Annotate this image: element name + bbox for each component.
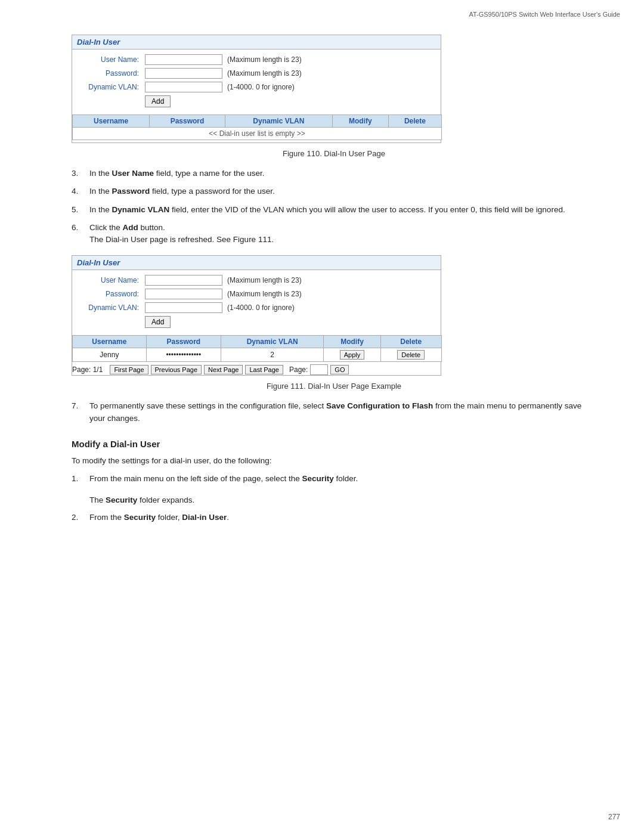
form-row-password-1: Password: (Maximum length is 23) <box>79 68 434 79</box>
step-3: 3. In the User Name field, type a name f… <box>72 168 596 179</box>
cell-delete-jenny: Delete <box>380 348 442 362</box>
pagination-row: Page: 1/1 First Page Previous Page Next … <box>72 364 441 375</box>
input-username-1[interactable] <box>145 54 222 65</box>
table-row-jenny: Jenny •••••••••••••• 2 Apply Delete <box>73 348 442 362</box>
apply-button-jenny[interactable]: Apply <box>340 350 365 360</box>
modify-steps-list: 1. From the main menu on the left side o… <box>72 473 596 485</box>
modify-step-1-num: 1. <box>72 473 89 485</box>
modify-intro: To modify the settings for a dial-in use… <box>72 455 596 467</box>
form-row-username-2: User Name: (Maximum length is 23) <box>79 275 434 286</box>
input-password-1[interactable] <box>145 68 222 79</box>
modify-step-2-text: From the Security folder, Dial-in User. <box>89 512 596 524</box>
modify-step-2-num: 2. <box>72 512 89 524</box>
step-6-text: Click the Add button.The Dial-in User pa… <box>89 222 596 246</box>
step-4: 4. In the Password field, type a passwor… <box>72 185 596 197</box>
page-header: AT-GS950/10PS Switch Web Interface User'… <box>0 0 644 23</box>
step-6-num: 6. <box>72 222 89 234</box>
th-delete-1: Delete <box>388 115 441 128</box>
empty-msg-1: << Dial-in user list is empty >> <box>73 128 442 140</box>
cell-modify-jenny: Apply <box>324 348 380 362</box>
page-label: Page: <box>289 366 308 374</box>
label-vlan-2: Dynamic VLAN: <box>79 304 145 312</box>
cell-password-jenny: •••••••••••••• <box>146 348 221 362</box>
page-number-input[interactable] <box>310 364 328 375</box>
table-header-row-2: Username Password Dynamic VLAN Modify De… <box>73 336 442 348</box>
step-7-num: 7. <box>72 400 89 412</box>
data-table-1: Username Password Dynamic VLAN Modify De… <box>72 114 442 140</box>
step-7: 7. To permanently save these settings in… <box>72 400 596 425</box>
label-password-1: Password: <box>79 69 145 78</box>
hint-username-2: (Maximum length is 23) <box>227 276 302 284</box>
add-button-2[interactable]: Add <box>145 316 171 328</box>
next-page-button[interactable]: Next Page <box>204 365 243 374</box>
figure-111-caption: Figure 111. Dial-In User Page Example <box>72 382 596 391</box>
input-password-2[interactable] <box>145 289 222 299</box>
add-btn-row-2: Add <box>145 316 434 328</box>
dial-in-box-1: Dial-In User User Name: (Maximum length … <box>72 35 441 143</box>
data-table-2: Username Password Dynamic VLAN Modify De… <box>72 335 442 362</box>
label-vlan-1: Dynamic VLAN: <box>79 83 145 91</box>
modify-step-1-text: From the main menu on the left side of t… <box>89 473 596 485</box>
form-row-password-2: Password: (Maximum length is 23) <box>79 289 434 299</box>
th-username-2: Username <box>73 336 147 348</box>
figure-110-caption: Figure 110. Dial-In User Page <box>72 149 596 158</box>
steps-list: 3. In the User Name field, type a name f… <box>72 168 596 246</box>
page-number: 277 <box>608 813 620 821</box>
empty-row-1: << Dial-in user list is empty >> <box>73 128 442 140</box>
step-5-num: 5. <box>72 204 89 216</box>
dial-in-form-2: User Name: (Maximum length is 23) Passwo… <box>72 270 441 335</box>
step-3-num: 3. <box>72 168 89 179</box>
hint-password-1: (Maximum length is 23) <box>227 69 302 78</box>
header-title: AT-GS950/10PS Switch Web Interface User'… <box>469 11 620 18</box>
security-expands-text: The Security folder expands. <box>89 494 596 506</box>
dial-in-box-1-title: Dial-In User <box>72 35 441 49</box>
cell-username-jenny: Jenny <box>73 348 147 362</box>
add-btn-row-1: Add <box>145 95 434 107</box>
dial-in-box-2: Dial-In User User Name: (Maximum length … <box>72 255 441 376</box>
hint-vlan-1: (1-4000. 0 for ignore) <box>227 83 295 91</box>
go-button[interactable]: GO <box>330 365 349 374</box>
dial-in-form-1: User Name: (Maximum length is 23) Passwo… <box>72 49 441 114</box>
main-content: Dial-In User User Name: (Maximum length … <box>0 23 644 557</box>
previous-page-button[interactable]: Previous Page <box>151 365 202 374</box>
step-6: 6. Click the Add button.The Dial-in User… <box>72 222 596 246</box>
input-vlan-1[interactable] <box>145 82 222 92</box>
th-password-2: Password <box>146 336 221 348</box>
step-5-text: In the Dynamic VLAN field, enter the VID… <box>89 204 596 216</box>
first-page-button[interactable]: First Page <box>110 365 148 374</box>
cell-vlan-jenny: 2 <box>221 348 324 362</box>
label-username-2: User Name: <box>79 276 145 284</box>
delete-button-jenny[interactable]: Delete <box>397 350 425 360</box>
form-row-vlan-1: Dynamic VLAN: (1-4000. 0 for ignore) <box>79 82 434 92</box>
th-username-1: Username <box>73 115 150 128</box>
input-vlan-2[interactable] <box>145 302 222 313</box>
add-button-1[interactable]: Add <box>145 95 171 107</box>
modify-section-heading: Modify a Dial-in User <box>72 439 596 449</box>
page-info: Page: 1/1 <box>72 366 103 374</box>
step-4-num: 4. <box>72 185 89 197</box>
last-page-button[interactable]: Last Page <box>245 365 283 374</box>
th-modify-2: Modify <box>324 336 380 348</box>
modify-steps-list-2: 2. From the Security folder, Dial-in Use… <box>72 512 596 524</box>
table-header-row-1: Username Password Dynamic VLAN Modify De… <box>73 115 442 128</box>
step-7-text: To permanently save these settings in th… <box>89 400 596 425</box>
label-password-2: Password: <box>79 290 145 298</box>
hint-password-2: (Maximum length is 23) <box>227 290 302 298</box>
th-modify-1: Modify <box>332 115 388 128</box>
label-username-1: User Name: <box>79 55 145 64</box>
th-delete-2: Delete <box>380 336 442 348</box>
step-4-text: In the Password field, type a password f… <box>89 185 596 197</box>
step-5: 5. In the Dynamic VLAN field, enter the … <box>72 204 596 216</box>
hint-vlan-2: (1-4000. 0 for ignore) <box>227 304 295 312</box>
input-username-2[interactable] <box>145 275 222 286</box>
th-password-1: Password <box>150 115 225 128</box>
dial-in-box-2-title: Dial-In User <box>72 256 441 270</box>
th-vlan-1: Dynamic VLAN <box>225 115 332 128</box>
step-3-text: In the User Name field, type a name for … <box>89 168 596 179</box>
modify-step-2: 2. From the Security folder, Dial-in Use… <box>72 512 596 524</box>
hint-username-1: (Maximum length is 23) <box>227 55 302 64</box>
form-row-vlan-2: Dynamic VLAN: (1-4000. 0 for ignore) <box>79 302 434 313</box>
th-vlan-2: Dynamic VLAN <box>221 336 324 348</box>
modify-step-1: 1. From the main menu on the left side o… <box>72 473 596 485</box>
form-row-username-1: User Name: (Maximum length is 23) <box>79 54 434 65</box>
